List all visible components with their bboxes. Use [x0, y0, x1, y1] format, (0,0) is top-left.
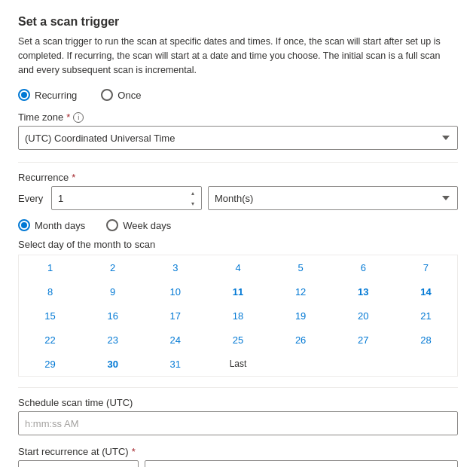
calendar-day-27[interactable]: 27	[332, 328, 395, 352]
calendar-day-31[interactable]: 31	[144, 352, 206, 376]
once-radio[interactable]: Once	[101, 89, 141, 101]
daytype-group: Month days Week days	[18, 219, 458, 231]
calendar-day-18[interactable]: 18	[206, 304, 269, 328]
timezone-label: Time zone * i	[18, 111, 458, 123]
calendar-day-29[interactable]: 29	[19, 352, 81, 376]
calendar-grid: 1234567891011121314151617181920212223242…	[18, 255, 458, 377]
calendar-day-17[interactable]: 17	[144, 304, 206, 328]
calendar-day-23[interactable]: 23	[81, 328, 144, 352]
scan-time-input[interactable]	[18, 411, 458, 435]
month-days-label: Month days	[35, 220, 85, 231]
calendar-day-7[interactable]: 7	[395, 255, 457, 279]
calendar-day-19[interactable]: 19	[270, 304, 332, 328]
calendar-day-2[interactable]: 2	[81, 255, 144, 279]
every-number-wrapper: ▴ ▾	[51, 186, 202, 210]
calendar-day-9[interactable]: 9	[81, 279, 144, 304]
spinner-buttons: ▴ ▾	[185, 188, 200, 209]
date-input-wrapper	[18, 460, 139, 467]
calendar-day-6[interactable]: 6	[332, 255, 395, 279]
calendar-day-24[interactable]: 24	[144, 328, 206, 352]
divider-1	[18, 162, 458, 163]
calendar-day-22[interactable]: 22	[19, 328, 81, 352]
calendar-day-Last[interactable]: Last	[206, 352, 269, 376]
calendar-day-25[interactable]: 25	[206, 328, 269, 352]
recurrence-row: Every ▴ ▾ Month(s) Day(s) Week(s) Year(s…	[18, 186, 458, 210]
spinner-down-button[interactable]: ▾	[185, 198, 200, 209]
week-days-radio-circle[interactable]	[106, 219, 118, 231]
calendar-day-14[interactable]: 14	[395, 279, 457, 304]
calendar-day-15[interactable]: 15	[19, 304, 81, 328]
calendar-day-16[interactable]: 16	[81, 304, 144, 328]
calendar-day-28[interactable]: 28	[395, 328, 457, 352]
recurrence-label: Recurrence *	[18, 172, 458, 183]
month-days-radio[interactable]: Month days	[18, 219, 85, 231]
calendar-day-30[interactable]: 30	[81, 352, 144, 376]
start-recurrence-row	[18, 460, 458, 467]
description-text: Set a scan trigger to run the scan at sp…	[18, 35, 458, 77]
scan-time-section: Schedule scan time (UTC)	[18, 397, 458, 435]
calendar-day-8[interactable]: 8	[19, 279, 81, 304]
page-title: Set a scan trigger	[18, 15, 458, 29]
period-select[interactable]: Month(s) Day(s) Week(s) Year(s)	[208, 186, 458, 210]
month-days-radio-circle[interactable]	[18, 219, 30, 231]
calendar-day-13[interactable]: 13	[332, 279, 395, 304]
calendar-day-5[interactable]: 5	[270, 255, 332, 279]
start-recurrence-section: Start recurrence at (UTC) *	[18, 446, 458, 467]
recurring-label: Recurring	[35, 90, 77, 101]
start-time-input[interactable]	[145, 460, 458, 467]
week-days-label: Week days	[123, 220, 171, 231]
timezone-section: Time zone * i (UTC) Coordinated Universa…	[18, 111, 458, 150]
calendar-day-1[interactable]: 1	[19, 255, 81, 279]
scan-time-label: Schedule scan time (UTC)	[18, 397, 458, 408]
divider-2	[18, 387, 458, 388]
calendar-day-21[interactable]: 21	[395, 304, 457, 328]
calendar-day-4[interactable]: 4	[206, 255, 269, 279]
once-radio-circle[interactable]	[101, 89, 113, 101]
calendar-day-10[interactable]: 10	[144, 279, 206, 304]
timezone-select[interactable]: (UTC) Coordinated Universal Time (UTC-05…	[18, 126, 458, 150]
calendar-title: Select day of the month to scan	[18, 239, 458, 250]
recurrence-section: Recurrence * Every ▴ ▾ Month(s) Day(s) W…	[18, 172, 458, 210]
calendar-day-20[interactable]: 20	[332, 304, 395, 328]
once-label: Once	[117, 90, 141, 101]
every-number-input[interactable]	[51, 186, 202, 210]
period-select-wrapper: Month(s) Day(s) Week(s) Year(s)	[208, 186, 458, 210]
calendar-section: Select day of the month to scan 12345678…	[18, 239, 458, 377]
calendar-day-3[interactable]: 3	[144, 255, 206, 279]
calendar-day-26[interactable]: 26	[270, 328, 332, 352]
calendar-day-12[interactable]: 12	[270, 279, 332, 304]
calendar-day-11[interactable]: 11	[206, 279, 269, 304]
trigger-type-group: Recurring Once	[18, 89, 458, 101]
every-label: Every	[18, 193, 45, 204]
timezone-info-icon[interactable]: i	[73, 112, 84, 123]
start-recurrence-label: Start recurrence at (UTC) *	[18, 446, 458, 457]
spinner-up-button[interactable]: ▴	[185, 188, 200, 198]
calendar-icon-button[interactable]	[116, 462, 137, 467]
week-days-radio[interactable]: Week days	[106, 219, 171, 231]
recurring-radio-circle[interactable]	[18, 89, 30, 101]
recurring-radio[interactable]: Recurring	[18, 89, 77, 101]
